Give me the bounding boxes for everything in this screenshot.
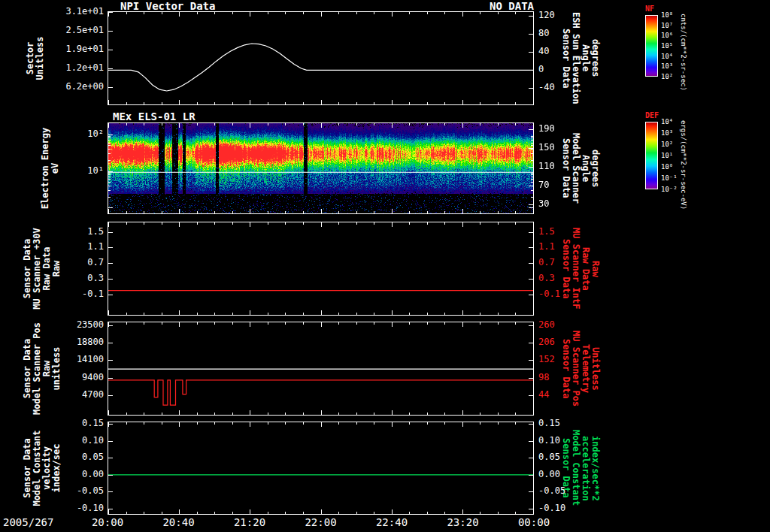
- tick-mark: [531, 136, 533, 137]
- tick-mark: [232, 211, 233, 213]
- tick-mark: [427, 313, 428, 315]
- tick-mark: [529, 475, 533, 476]
- ytick-label-left: 10¹: [0, 166, 104, 175]
- panel4-ylabel-left: Sensor Data Model Scanner Pos Raw unitle…: [23, 322, 62, 416]
- tick-mark: [529, 129, 533, 130]
- tick-mark: [444, 512, 445, 514]
- tick-mark: [108, 145, 111, 146]
- tick-mark: [197, 12, 198, 14]
- tick-mark: [444, 422, 445, 425]
- tick-mark: [338, 322, 339, 325]
- tick-mark: [529, 167, 533, 168]
- colorbar-tick-label: 10⁻²: [661, 186, 678, 193]
- tick-mark: [268, 322, 268, 325]
- tick-mark: [285, 211, 286, 213]
- tick-mark: [285, 322, 286, 325]
- tick-mark: [498, 102, 499, 104]
- tick-mark: [162, 222, 162, 225]
- tick-mark: [250, 209, 250, 213]
- tick-mark: [108, 153, 111, 154]
- tick-mark: [533, 100, 534, 104]
- tick-mark: [444, 12, 445, 14]
- tick-mark: [179, 12, 180, 17]
- ytick-label-right: 0: [538, 65, 593, 74]
- tick-mark: [144, 211, 144, 213]
- tick-mark: [374, 422, 374, 425]
- tick-mark: [108, 410, 109, 415]
- tick-mark: [108, 190, 111, 191]
- tick-mark: [268, 211, 268, 213]
- tick-mark: [108, 360, 113, 361]
- tick-mark: [108, 441, 113, 442]
- panel-2: [108, 122, 534, 214]
- tick-mark: [285, 422, 286, 425]
- tick-mark: [533, 310, 534, 315]
- tick-mark: [108, 171, 113, 172]
- ytick-label-left: -0.1: [0, 289, 104, 298]
- tick-mark: [268, 422, 268, 425]
- tick-mark: [409, 211, 410, 213]
- tick-mark: [392, 100, 393, 104]
- ytick-label-right: 0.10: [538, 436, 593, 445]
- tick-mark: [531, 145, 533, 146]
- tick-mark: [108, 149, 111, 150]
- plot-header: NPI Vector Data NO DATA: [108, 0, 534, 12]
- tick-mark: [462, 410, 463, 415]
- tick-mark: [268, 123, 268, 125]
- tick-mark: [268, 102, 268, 104]
- tick-mark: [321, 100, 322, 104]
- ytick-label-left: 0.05: [0, 452, 104, 461]
- tick-mark: [427, 102, 428, 104]
- colorbar-tick-label: 10⁶: [661, 32, 673, 39]
- tick-mark: [462, 222, 463, 227]
- panel-4: [108, 322, 534, 416]
- tick-mark: [529, 52, 533, 53]
- tick-mark: [197, 413, 198, 415]
- tick-mark: [480, 322, 480, 325]
- tick-mark: [480, 413, 480, 415]
- tick-mark: [214, 322, 215, 325]
- ytick-label-left: 4700: [0, 390, 104, 399]
- ytick-label-left: 0.00: [0, 470, 104, 479]
- tick-mark: [144, 422, 144, 425]
- ytick-label-left: 2.5e+01: [0, 26, 104, 35]
- tick-mark: [498, 211, 499, 213]
- tick-mark: [285, 413, 286, 415]
- tick-mark: [321, 322, 322, 327]
- tick-mark: [529, 343, 533, 343]
- tick-mark: [462, 509, 463, 514]
- tick-mark: [268, 512, 268, 514]
- tick-mark: [162, 322, 162, 325]
- tick-mark: [321, 310, 322, 315]
- tick-mark: [108, 177, 111, 177]
- tick-mark: [409, 422, 410, 425]
- tick-mark: [144, 413, 144, 415]
- tick-mark: [126, 422, 127, 425]
- tick-mark: [108, 222, 109, 227]
- tick-mark: [214, 12, 215, 14]
- tick-mark: [321, 509, 322, 514]
- tick-mark: [108, 179, 111, 180]
- colorbar-tick-label: 10³: [661, 130, 673, 137]
- tick-mark: [126, 211, 127, 213]
- tick-mark: [338, 413, 339, 415]
- tick-mark: [232, 123, 233, 125]
- tick-mark: [214, 211, 215, 213]
- tick-mark: [108, 310, 109, 315]
- series-layer: [108, 422, 533, 514]
- xtick-label: 20:40: [162, 516, 194, 528]
- panel-3: [108, 222, 534, 316]
- tick-mark: [232, 422, 233, 425]
- tick-mark: [409, 313, 410, 315]
- ytick-label-right: 190: [538, 124, 593, 133]
- ytick-label-right: 98: [538, 373, 593, 382]
- ytick-label-right: 206: [538, 337, 593, 346]
- colorbar-tick-label: 10¹: [661, 153, 673, 159]
- tick-mark: [108, 31, 113, 32]
- spectrogram-title: MEx ELS-01 LR: [113, 110, 196, 122]
- tick-mark: [108, 123, 109, 128]
- tick-mark: [285, 313, 286, 315]
- tick-mark: [108, 174, 111, 175]
- tick-mark: [409, 123, 410, 125]
- plot-screen: NPI Vector Data NO DATA MEx ELS-01 LR 20…: [0, 0, 770, 532]
